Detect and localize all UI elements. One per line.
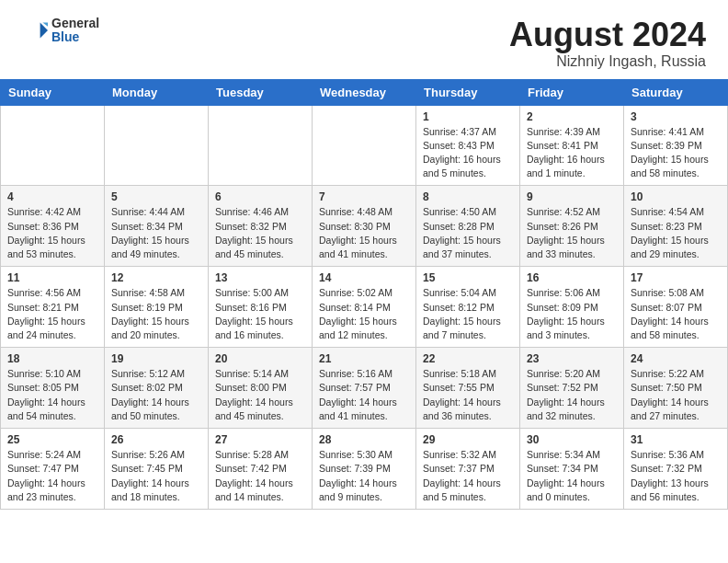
calendar-cell	[105, 105, 209, 186]
day-info: Sunrise: 4:39 AMSunset: 8:41 PMDaylight:…	[527, 125, 617, 181]
day-info: Sunrise: 5:14 AMSunset: 8:00 PMDaylight:…	[215, 367, 305, 423]
location: Nizhniy Ingash, Russia	[509, 53, 706, 70]
day-info: Sunrise: 5:20 AMSunset: 7:52 PMDaylight:…	[527, 367, 617, 423]
calendar-cell: 23Sunrise: 5:20 AMSunset: 7:52 PMDayligh…	[520, 348, 624, 429]
day-info: Sunrise: 4:37 AMSunset: 8:43 PMDaylight:…	[423, 125, 513, 181]
week-row-3: 11Sunrise: 4:56 AMSunset: 8:21 PMDayligh…	[1, 267, 728, 348]
col-header-thursday: Thursday	[416, 79, 520, 105]
calendar-cell: 14Sunrise: 5:02 AMSunset: 8:14 PMDayligh…	[313, 267, 416, 348]
day-info: Sunrise: 5:24 AMSunset: 7:47 PMDaylight:…	[7, 448, 97, 504]
day-info: Sunrise: 5:32 AMSunset: 7:37 PMDaylight:…	[423, 448, 513, 504]
col-header-monday: Monday	[105, 79, 209, 105]
day-number: 2	[527, 110, 617, 123]
day-info: Sunrise: 5:36 AMSunset: 7:32 PMDaylight:…	[631, 448, 721, 504]
calendar-cell: 10Sunrise: 4:54 AMSunset: 8:23 PMDayligh…	[624, 186, 728, 267]
day-number: 8	[423, 190, 513, 203]
calendar-cell: 31Sunrise: 5:36 AMSunset: 7:32 PMDayligh…	[624, 429, 728, 510]
day-info: Sunrise: 5:12 AMSunset: 8:02 PMDaylight:…	[111, 367, 201, 423]
calendar-cell: 8Sunrise: 4:50 AMSunset: 8:28 PMDaylight…	[416, 186, 520, 267]
day-info: Sunrise: 5:02 AMSunset: 8:14 PMDaylight:…	[319, 286, 409, 342]
calendar-cell: 27Sunrise: 5:28 AMSunset: 7:42 PMDayligh…	[209, 429, 313, 510]
day-number: 14	[319, 271, 409, 284]
day-number: 20	[215, 352, 305, 365]
day-number: 22	[423, 352, 513, 365]
day-number: 27	[215, 433, 305, 446]
day-number: 17	[631, 271, 721, 284]
day-info: Sunrise: 4:54 AMSunset: 8:23 PMDaylight:…	[631, 205, 721, 261]
calendar-cell: 20Sunrise: 5:14 AMSunset: 8:00 PMDayligh…	[209, 348, 313, 429]
calendar-cell: 29Sunrise: 5:32 AMSunset: 7:37 PMDayligh…	[416, 429, 520, 510]
day-info: Sunrise: 5:00 AMSunset: 8:16 PMDaylight:…	[215, 286, 305, 342]
day-info: Sunrise: 5:10 AMSunset: 8:05 PMDaylight:…	[7, 367, 97, 423]
calendar-cell	[1, 105, 105, 186]
day-info: Sunrise: 5:22 AMSunset: 7:50 PMDaylight:…	[631, 367, 721, 423]
calendar-cell: 2Sunrise: 4:39 AMSunset: 8:41 PMDaylight…	[520, 105, 624, 186]
calendar-cell	[209, 105, 313, 186]
col-header-wednesday: Wednesday	[313, 79, 416, 105]
day-info: Sunrise: 5:18 AMSunset: 7:55 PMDaylight:…	[423, 367, 513, 423]
calendar-header-row: SundayMondayTuesdayWednesdayThursdayFrid…	[1, 79, 728, 105]
calendar-cell: 1Sunrise: 4:37 AMSunset: 8:43 PMDaylight…	[416, 105, 520, 186]
day-number: 16	[527, 271, 617, 284]
day-info: Sunrise: 4:42 AMSunset: 8:36 PMDaylight:…	[7, 205, 97, 261]
week-row-2: 4Sunrise: 4:42 AMSunset: 8:36 PMDaylight…	[1, 186, 728, 267]
page-header: General Blue August 2024 Nizhniy Ingash,…	[0, 0, 728, 79]
day-number: 21	[319, 352, 409, 365]
day-info: Sunrise: 5:28 AMSunset: 7:42 PMDaylight:…	[215, 448, 305, 504]
day-number: 4	[7, 190, 97, 203]
day-number: 7	[319, 190, 409, 203]
day-number: 1	[423, 110, 513, 123]
calendar-cell: 30Sunrise: 5:34 AMSunset: 7:34 PMDayligh…	[520, 429, 624, 510]
day-number: 30	[527, 433, 617, 446]
calendar-cell: 9Sunrise: 4:52 AMSunset: 8:26 PMDaylight…	[520, 186, 624, 267]
day-info: Sunrise: 5:16 AMSunset: 7:57 PMDaylight:…	[319, 367, 409, 423]
day-number: 9	[527, 190, 617, 203]
day-number: 24	[631, 352, 721, 365]
logo-text: General Blue	[51, 17, 99, 45]
calendar-cell: 25Sunrise: 5:24 AMSunset: 7:47 PMDayligh…	[1, 429, 105, 510]
day-number: 5	[111, 190, 201, 203]
week-row-1: 1Sunrise: 4:37 AMSunset: 8:43 PMDaylight…	[1, 105, 728, 186]
col-header-friday: Friday	[520, 79, 624, 105]
calendar-cell: 4Sunrise: 4:42 AMSunset: 8:36 PMDaylight…	[1, 186, 105, 267]
day-info: Sunrise: 4:48 AMSunset: 8:30 PMDaylight:…	[319, 205, 409, 261]
title-block: August 2024 Nizhniy Ingash, Russia	[509, 17, 706, 70]
calendar-cell: 12Sunrise: 4:58 AMSunset: 8:19 PMDayligh…	[105, 267, 209, 348]
day-info: Sunrise: 5:34 AMSunset: 7:34 PMDaylight:…	[527, 448, 617, 504]
calendar-cell: 18Sunrise: 5:10 AMSunset: 8:05 PMDayligh…	[1, 348, 105, 429]
calendar-cell: 15Sunrise: 5:04 AMSunset: 8:12 PMDayligh…	[416, 267, 520, 348]
day-number: 11	[7, 271, 97, 284]
day-info: Sunrise: 4:50 AMSunset: 8:28 PMDaylight:…	[423, 205, 513, 261]
logo-blue-text: Blue	[51, 30, 99, 44]
day-number: 29	[423, 433, 513, 446]
day-number: 23	[527, 352, 617, 365]
calendar-cell: 6Sunrise: 4:46 AMSunset: 8:32 PMDaylight…	[209, 186, 313, 267]
calendar-cell: 7Sunrise: 4:48 AMSunset: 8:30 PMDaylight…	[313, 186, 416, 267]
week-row-4: 18Sunrise: 5:10 AMSunset: 8:05 PMDayligh…	[1, 348, 728, 429]
logo-general-text: General	[51, 17, 99, 30]
logo-icon	[22, 17, 48, 43]
day-number: 10	[631, 190, 721, 203]
day-info: Sunrise: 4:58 AMSunset: 8:19 PMDaylight:…	[111, 286, 201, 342]
col-header-tuesday: Tuesday	[209, 79, 313, 105]
calendar-cell: 11Sunrise: 4:56 AMSunset: 8:21 PMDayligh…	[1, 267, 105, 348]
day-number: 13	[215, 271, 305, 284]
calendar-cell: 16Sunrise: 5:06 AMSunset: 8:09 PMDayligh…	[520, 267, 624, 348]
calendar-cell: 26Sunrise: 5:26 AMSunset: 7:45 PMDayligh…	[105, 429, 209, 510]
calendar-cell: 17Sunrise: 5:08 AMSunset: 8:07 PMDayligh…	[624, 267, 728, 348]
col-header-sunday: Sunday	[1, 79, 105, 105]
calendar-cell: 13Sunrise: 5:00 AMSunset: 8:16 PMDayligh…	[209, 267, 313, 348]
month-year: August 2024	[509, 17, 706, 53]
calendar-cell: 22Sunrise: 5:18 AMSunset: 7:55 PMDayligh…	[416, 348, 520, 429]
day-number: 25	[7, 433, 97, 446]
calendar-cell: 19Sunrise: 5:12 AMSunset: 8:02 PMDayligh…	[105, 348, 209, 429]
day-number: 15	[423, 271, 513, 284]
day-info: Sunrise: 5:04 AMSunset: 8:12 PMDaylight:…	[423, 286, 513, 342]
calendar-cell: 24Sunrise: 5:22 AMSunset: 7:50 PMDayligh…	[624, 348, 728, 429]
day-number: 28	[319, 433, 409, 446]
day-info: Sunrise: 4:41 AMSunset: 8:39 PMDaylight:…	[631, 125, 721, 181]
calendar-table: SundayMondayTuesdayWednesdayThursdayFrid…	[0, 79, 728, 510]
day-info: Sunrise: 4:52 AMSunset: 8:26 PMDaylight:…	[527, 205, 617, 261]
calendar-cell: 3Sunrise: 4:41 AMSunset: 8:39 PMDaylight…	[624, 105, 728, 186]
calendar-cell: 28Sunrise: 5:30 AMSunset: 7:39 PMDayligh…	[313, 429, 416, 510]
